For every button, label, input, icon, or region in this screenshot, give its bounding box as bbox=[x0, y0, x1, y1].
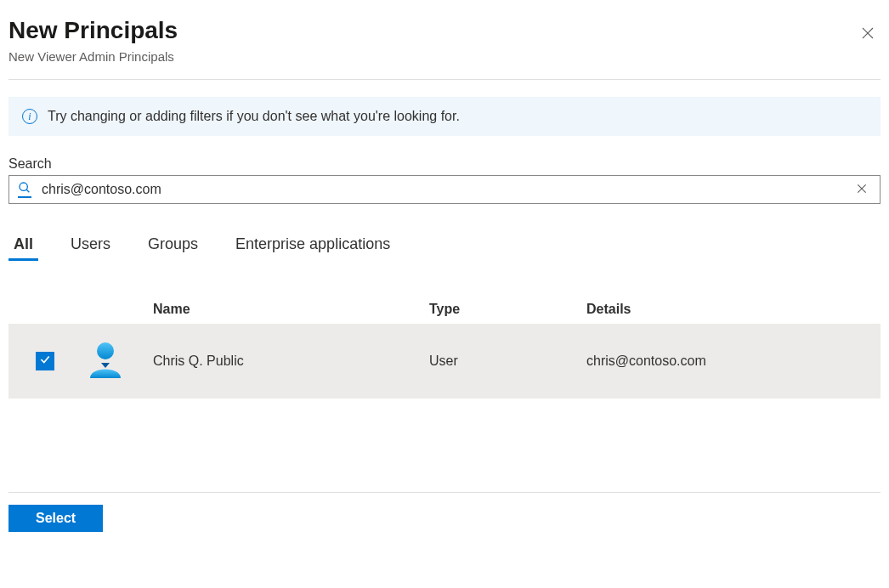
tab-groups[interactable]: Groups bbox=[143, 235, 203, 261]
tabs: All Users Groups Enterprise applications bbox=[8, 235, 881, 261]
search-box[interactable] bbox=[8, 175, 881, 204]
info-icon: i bbox=[22, 109, 37, 124]
close-button[interactable] bbox=[855, 20, 881, 48]
principals-table: Name Type Details bbox=[8, 295, 881, 399]
row-details: chris@contoso.com bbox=[586, 353, 881, 369]
clear-search-button[interactable] bbox=[852, 179, 871, 201]
search-input[interactable] bbox=[40, 181, 852, 198]
clear-icon bbox=[856, 184, 868, 197]
checkmark-icon bbox=[39, 353, 51, 369]
column-header-details[interactable]: Details bbox=[586, 302, 881, 317]
select-button[interactable]: Select bbox=[8, 505, 103, 532]
row-type: User bbox=[429, 353, 586, 369]
column-header-name[interactable]: Name bbox=[153, 302, 429, 317]
info-bar: i Try changing or adding filters if you … bbox=[8, 97, 881, 136]
search-label: Search bbox=[8, 156, 881, 172]
row-name: Chris Q. Public bbox=[153, 353, 429, 369]
panel-header: New Principals New Viewer Admin Principa… bbox=[8, 8, 881, 80]
tab-users[interactable]: Users bbox=[65, 235, 116, 261]
tab-all[interactable]: All bbox=[8, 235, 38, 261]
svg-point-1 bbox=[97, 342, 114, 359]
row-checkbox[interactable] bbox=[36, 352, 54, 370]
page-subtitle: New Viewer Admin Principals bbox=[8, 49, 178, 64]
tab-enterprise-applications[interactable]: Enterprise applications bbox=[230, 235, 395, 261]
page-title: New Principals bbox=[8, 17, 178, 44]
user-avatar-icon bbox=[85, 339, 126, 380]
table-header-row: Name Type Details bbox=[8, 295, 881, 324]
info-message: Try changing or adding filters if you do… bbox=[48, 109, 460, 124]
svg-point-0 bbox=[20, 183, 27, 190]
close-icon bbox=[860, 31, 875, 43]
search-icon bbox=[18, 181, 31, 198]
column-header-type[interactable]: Type bbox=[429, 302, 586, 317]
table-row[interactable]: Chris Q. Public User chris@contoso.com bbox=[8, 324, 881, 399]
footer: Select bbox=[8, 492, 881, 532]
